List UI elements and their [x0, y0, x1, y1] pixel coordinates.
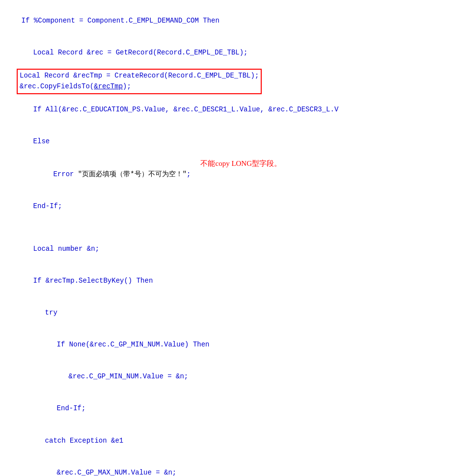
- code-line-6: Else: [17, 126, 459, 158]
- error-keyword: Error: [53, 170, 78, 178]
- code-text: &rec.C_GP_MAX_NUM.Value = &n;: [57, 469, 177, 476]
- code-line-3-container: Local Record &recTmp = CreateRecord(Reco…: [5, 69, 459, 94]
- code-line-2: Local Record &rec = GetRecord(Record.C_E…: [17, 37, 459, 69]
- code-text: Local Record &recTmp = CreateRecord(Reco…: [20, 72, 259, 79]
- code-line-16: catch Exception &e1: [28, 425, 459, 457]
- code-line-10: Local number &n;: [17, 233, 459, 265]
- code-text: &rec.CopyFieldsTo(: [20, 82, 94, 90]
- highlight-rectmp: &recTmp: [94, 82, 123, 90]
- code-text: End-If;: [57, 404, 86, 412]
- code-text: %Component = Component.C_EMPL_DEMAND_COM: [34, 17, 203, 25]
- keyword-if: If: [33, 277, 46, 285]
- code-line-1: If %Component = Component.C_EMPL_DEMAND_…: [5, 5, 459, 37]
- code-text: &recTmp.SelectByKey(): [46, 277, 136, 285]
- code-text: If All(&rec.C_EDUCATION_PS.Value, &rec.C…: [33, 106, 339, 113]
- code-text: Exception &e1: [70, 437, 123, 445]
- keyword-then: Then: [136, 277, 153, 285]
- code-line-blank: [5, 223, 459, 234]
- code-text: &rec.C_GP_MIN_NUM.Value = &n;: [69, 372, 189, 380]
- code-text: Local number &n;: [33, 245, 99, 253]
- code-line-11: If &recTmp.SelectByKey() Then: [17, 265, 459, 297]
- keyword-then: Then: [203, 17, 219, 25]
- keyword-catch: catch: [45, 437, 70, 445]
- code-line-5: If All(&rec.C_EDUCATION_PS.Value, &rec.C…: [17, 94, 459, 126]
- code-line-14: &rec.C_GP_MIN_NUM.Value = &n;: [52, 361, 459, 393]
- code-line-12: try: [28, 297, 459, 329]
- inline-comment: 不能copy LONG型字段。: [200, 158, 281, 169]
- code-text: ;: [187, 170, 191, 178]
- code-line-15: End-If;: [40, 393, 459, 425]
- keyword-try: try: [45, 309, 57, 317]
- code-text: );: [123, 82, 131, 90]
- keyword-then: Then: [193, 341, 210, 348]
- code-text: Local Record &rec = GetRecord(Record.C_E…: [33, 49, 248, 56]
- keyword-else: Else: [33, 137, 50, 145]
- code-line-8: End-If;: [17, 191, 459, 223]
- code-text: None(&rec.C_GP_MIN_NUM.Value): [69, 341, 193, 348]
- code-line-17: &rec.C_GP_MAX_NUM.Value = &n;: [40, 457, 459, 476]
- code-text: End-If;: [33, 202, 62, 210]
- highlight-box: Local Record &recTmp = CreateRecord(Reco…: [17, 69, 262, 94]
- code-line-7-container: Error "页面必填项（带*号）不可为空！"; 不能copy LONG型字段。: [5, 158, 459, 191]
- error-string: "页面必填项（带*号）不可为空！": [78, 170, 187, 178]
- code-editor: If %Component = Component.C_EMPL_DEMAND_…: [0, 0, 464, 476]
- keyword-if: If: [57, 341, 69, 348]
- code-line-13: If None(&rec.C_GP_MIN_NUM.Value) Then: [40, 329, 459, 361]
- code-line-7: Error "页面必填项（带*号）不可为空！";: [28, 159, 191, 191]
- keyword-if: If: [22, 17, 34, 25]
